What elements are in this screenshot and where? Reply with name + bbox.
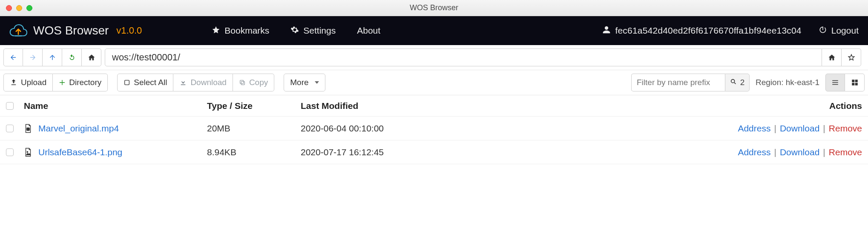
separator: | [774,147,776,157]
nav-about[interactable]: About [357,26,380,36]
separator: | [823,147,825,157]
result-count[interactable]: 2 [725,74,750,91]
back-button[interactable] [3,48,23,66]
more-button[interactable]: More [284,74,325,91]
nav-logout-label: Logout [831,26,859,36]
separator: | [774,123,776,134]
cloud-upload-icon [9,23,27,38]
nav-about-label: About [357,26,380,36]
header-actions: Actions [709,101,862,111]
action-remove[interactable]: Remove [829,123,862,134]
region-label: Region: [756,78,786,87]
download-button[interactable]: Download [173,74,233,91]
user-hash[interactable]: fec61a542d40ed2f6f6176670ffa1bf94ee13c04 [602,26,801,36]
grid-view-button[interactable] [845,74,865,91]
copy-label: Copy [249,78,268,87]
copy-icon [239,79,246,86]
select-all-label: Select All [134,78,167,87]
address-bar-row [0,45,868,70]
address-input[interactable] [105,48,822,66]
user-icon [602,26,611,36]
region-value: hk-east-1 [786,78,819,87]
svg-rect-1 [241,81,244,85]
table-header: Name Type / Size Last Modified Actions [0,95,868,117]
refresh-button[interactable] [62,48,82,66]
header-last-modified[interactable]: Last Modified [301,101,709,111]
macos-titlebar: WOS Browser [0,0,868,16]
row-checkbox[interactable] [6,125,14,132]
chevron-down-icon [315,81,319,84]
file-table: Name Type / Size Last Modified Actions M… [0,95,868,164]
window-maximize-button[interactable] [26,5,32,11]
action-download[interactable]: Download [780,147,819,157]
window-close-button[interactable] [6,5,12,11]
brand: WOS Browser v1.0.0 [9,23,142,38]
nav-settings-label: Settings [303,26,336,36]
list-icon [831,79,839,86]
upload-icon [10,79,17,86]
address-bar [105,48,861,66]
result-count-value: 2 [740,78,745,87]
upload-label: Upload [21,78,46,87]
filter-group: 2 [631,74,750,91]
search-icon [730,78,737,87]
directory-button[interactable]: Directory [53,74,108,91]
action-address[interactable]: Address [738,147,770,157]
nav-bookmarks[interactable]: Bookmarks [212,26,269,36]
star-icon [212,26,220,36]
table-row: Marvel_original.mp4 20MB 2020-06-04 00:1… [0,117,868,140]
power-icon [819,26,827,36]
download-icon [179,79,187,86]
action-address[interactable]: Address [738,123,770,134]
copy-button[interactable]: Copy [233,74,274,91]
file-name-link[interactable]: Marvel_original.mp4 [38,123,119,134]
address-home-button[interactable] [822,48,842,66]
action-download[interactable]: Download [780,123,819,134]
filter-input[interactable] [631,74,725,91]
app-version: v1.0.0 [116,25,142,36]
list-view-button[interactable] [825,74,845,91]
square-icon [124,79,130,86]
table-row: UrlsafeBase64-1.png 8.94KB 2020-07-17 16… [0,140,868,164]
file-type-icon [24,148,32,157]
nav-settings[interactable]: Settings [290,26,336,36]
plus-icon [59,79,66,86]
directory-label: Directory [69,78,101,87]
more-label: More [290,78,308,87]
select-all-checkbox[interactable] [6,102,14,110]
separator: | [823,123,825,134]
file-last-modified: 2020-07-17 16:12:45 [301,147,709,157]
row-checkbox[interactable] [6,148,14,156]
up-button[interactable] [43,48,62,66]
file-name-link[interactable]: UrlsafeBase64-1.png [38,147,122,157]
file-size: 8.94KB [207,147,301,157]
nav-bookmarks-label: Bookmarks [224,26,269,36]
user-hash-value: fec61a542d40ed2f6f6176670ffa1bf94ee13c04 [615,26,801,36]
header-name[interactable]: Name [24,101,207,111]
view-toggle [825,74,865,91]
nav-buttons [3,48,101,66]
home-button[interactable] [82,48,101,66]
file-last-modified: 2020-06-04 00:10:00 [301,123,709,134]
upload-button[interactable]: Upload [3,74,53,91]
svg-rect-2 [240,80,244,84]
traffic-lights [6,5,32,11]
file-size: 20MB [207,123,301,134]
nav-logout[interactable]: Logout [819,26,859,36]
region-indicator: Region: hk-east-1 [756,78,819,87]
action-remove[interactable]: Remove [829,147,862,157]
app-name: WOS Browser [33,24,109,37]
bookmark-star-button[interactable] [842,48,861,66]
header-nav: Bookmarks Settings About [212,26,380,36]
action-toolbar: Upload Directory Select All Download [0,70,868,95]
svg-point-3 [731,80,734,83]
gear-icon [290,26,299,36]
forward-button[interactable] [23,48,43,66]
select-all-button[interactable]: Select All [117,74,173,91]
grid-icon [851,79,859,86]
window-minimize-button[interactable] [16,5,22,11]
window-title: WOS Browser [0,3,868,12]
header-type-size[interactable]: Type / Size [207,101,301,111]
file-type-icon [24,124,32,133]
svg-point-6 [27,151,28,152]
